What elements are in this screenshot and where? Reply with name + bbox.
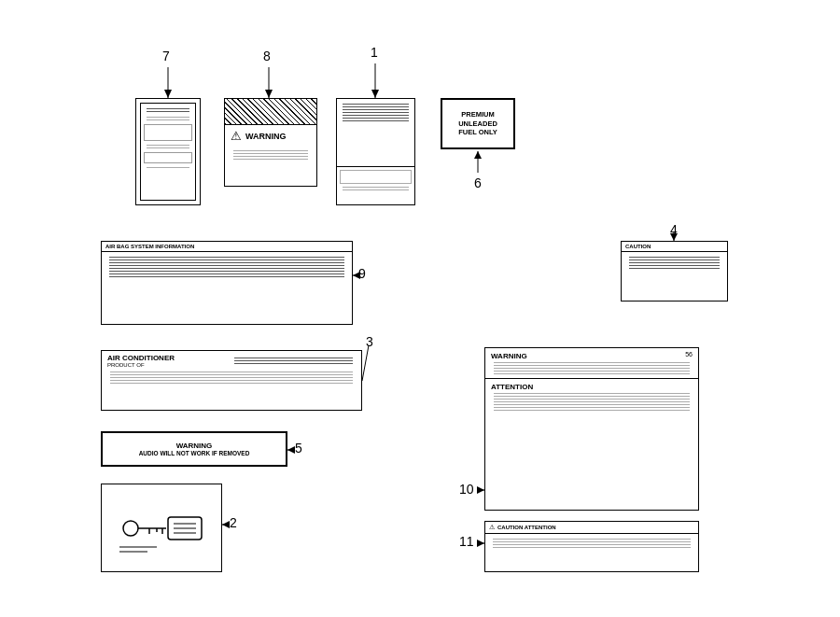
svg-marker-16: [222, 521, 230, 528]
svg-marker-5: [371, 90, 379, 98]
item5-audio-warning-sticker: WARNING AUDIO WILL NOT WORK IF REMOVED: [101, 431, 287, 467]
label-6: 6: [474, 175, 482, 190]
item8-warning-sticker: ⚠ WARNING: [224, 98, 317, 187]
audio-warning-subtitle: AUDIO WILL NOT WORK IF REMOVED: [139, 450, 250, 456]
item10-num: 56: [685, 351, 693, 358]
label-5: 5: [295, 441, 302, 456]
label-7: 7: [162, 49, 170, 63]
svg-point-21: [123, 521, 138, 536]
item11-caution-attention-sticker: ⚠ CAUTION ATTENTION: [484, 521, 699, 572]
label-2: 2: [230, 515, 237, 530]
label-11: 11: [459, 534, 474, 549]
svg-marker-14: [287, 446, 295, 454]
ac-subtitle: PRODUCT OF: [107, 362, 231, 368]
key-diagram-svg: [110, 491, 213, 566]
airbag-title: AIR BAG SYSTEM INFORMATION: [102, 242, 352, 252]
svg-marker-20: [477, 540, 484, 547]
fuel-text: PREMIUM UNLEADED FUEL ONLY: [458, 110, 497, 137]
item10-warning-attention-sticker: 56 WARNING ATTENTION: [484, 347, 699, 511]
label-9: 9: [358, 266, 366, 281]
svg-marker-1: [164, 90, 172, 98]
caution-title: CAUTION: [622, 242, 727, 252]
label-3: 3: [366, 334, 373, 349]
svg-line-10: [362, 345, 369, 381]
svg-marker-7: [474, 151, 482, 159]
item11-title: CAUTION ATTENTION: [497, 525, 556, 530]
svg-marker-18: [477, 486, 484, 494]
item6-fuel-sticker: PREMIUM UNLEADED FUEL ONLY: [441, 98, 515, 149]
label-10: 10: [459, 482, 474, 497]
label-1: 1: [371, 45, 378, 60]
warning-label: WARNING: [245, 132, 287, 141]
caution-triangle-icon: ⚠: [489, 524, 495, 531]
warning-triangle-icon: ⚠: [231, 129, 242, 143]
item4-caution-sticker: CAUTION: [621, 241, 728, 301]
key-diagram: [102, 484, 221, 571]
diagram-container: 7 8 1 6 4 9 3 5 2 10 11 ⚠ WARNING: [0, 0, 840, 617]
label-4: 4: [670, 222, 678, 237]
ac-title: AIR CONDITIONER: [107, 354, 231, 362]
svg-marker-3: [265, 90, 273, 98]
audio-warning-title: WARNING: [176, 442, 213, 450]
item9-airbag-sticker: AIR BAG SYSTEM INFORMATION: [101, 241, 353, 325]
label-8: 8: [263, 49, 271, 63]
item7-sticker: [135, 98, 201, 205]
item1-sticker: [336, 98, 415, 205]
hatch-pattern: [225, 99, 316, 125]
item10-attention-title: ATTENTION: [491, 383, 693, 391]
item10-warning-title: WARNING: [491, 352, 693, 360]
item3-ac-sticker: AIR CONDITIONER PRODUCT OF: [101, 350, 362, 411]
item2-key-sticker: [101, 484, 222, 572]
